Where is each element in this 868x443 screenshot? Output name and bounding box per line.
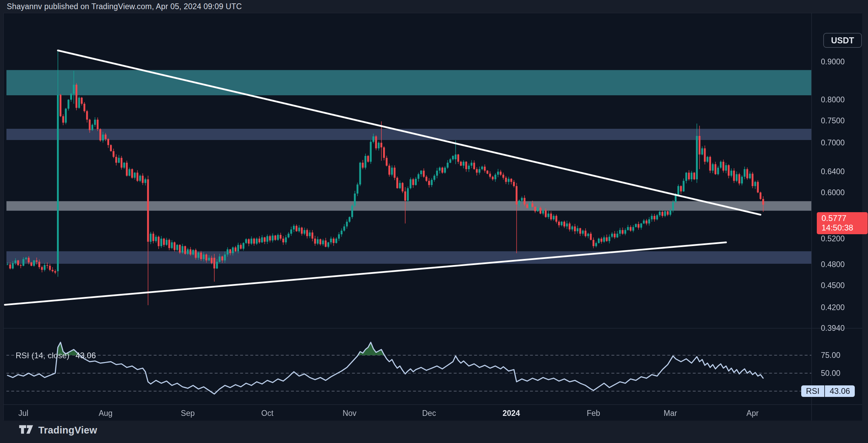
publish-attribution: Shayannv published on TradingView.com, A…: [7, 2, 242, 11]
time-tick-label-aug: Aug: [99, 409, 113, 418]
price-tick-label: 0.4800: [821, 260, 845, 269]
price-tick-label: 0.6000: [821, 188, 845, 197]
time-tick-label-jul: Jul: [18, 409, 28, 418]
rsi-indicator-name: RSI (14, close): [16, 351, 70, 360]
currency-toggle-button[interactable]: USDT: [823, 33, 862, 48]
chart-widget: 0.90000.80000.75000.70000.64000.60000.52…: [3, 13, 862, 420]
bar-countdown: 14:50:38: [822, 223, 868, 233]
rsi-indicator-legend[interactable]: RSI (14, close)43.06: [16, 351, 96, 360]
tradingview-logo-icon[interactable]: [19, 424, 34, 436]
tradingview-wordmark[interactable]: TradingView: [38, 425, 97, 436]
rsi-tick-label: 50.00: [821, 369, 841, 378]
price-tick-label: 0.4200: [821, 303, 845, 312]
time-tick-label-oct: Oct: [261, 409, 274, 418]
rsi-badge-value: 43.06: [825, 386, 855, 396]
price-tick-label: 0.8000: [821, 95, 845, 104]
rsi-indicator-value: 43.06: [76, 351, 96, 360]
time-tick-label-mar: Mar: [664, 409, 677, 418]
time-tick-label-feb: Feb: [587, 409, 600, 418]
price-tick-label: 0.9000: [821, 57, 845, 66]
price-tick-label: 0.7500: [821, 116, 845, 125]
price-tick-label: 0.5200: [821, 234, 845, 243]
price-tick-label: 0.4500: [821, 281, 845, 290]
time-tick-label-apr: Apr: [747, 409, 759, 418]
time-tick-label-sep: Sep: [181, 409, 195, 418]
last-price-badge: 0.5777 14:50:38: [817, 212, 868, 234]
last-price-value: 0.5777: [822, 214, 868, 223]
footer: TradingView: [19, 424, 97, 436]
rsi-badge-label: RSI: [801, 386, 824, 396]
price-tick-label: 0.7000: [821, 138, 845, 147]
chart-canvas[interactable]: [4, 13, 862, 421]
time-tick-label-dec: Dec: [422, 409, 436, 418]
rsi-tick-label: 75.00: [821, 351, 841, 360]
time-tick-label-2024: 2024: [502, 409, 520, 418]
price-tick-label: 0.3940: [821, 324, 845, 333]
tradingview-published-chart: Shayannv published on TradingView.com, A…: [0, 0, 868, 443]
time-tick-label-nov: Nov: [342, 409, 356, 418]
price-tick-label: 0.6400: [821, 167, 845, 176]
rsi-value-badge: RSI 43.06: [801, 385, 855, 397]
